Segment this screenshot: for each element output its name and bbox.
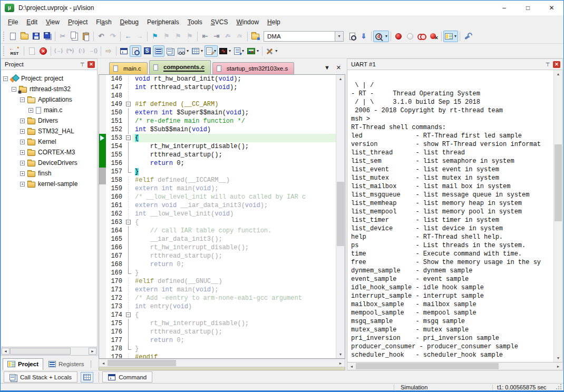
dropdown-arrow-icon[interactable]: ▾: [229, 48, 231, 53]
gutter-margin[interactable]: [99, 328, 106, 336]
close-icon[interactable]: ✕: [553, 61, 560, 68]
dropdown-arrow-icon[interactable]: ▾: [201, 48, 203, 53]
gutter-margin[interactable]: [99, 100, 106, 109]
gutter-margin[interactable]: [99, 92, 106, 100]
gutter-margin[interactable]: [99, 286, 106, 294]
scroll-up-icon[interactable]: ▲: [336, 75, 345, 83]
close-document-icon[interactable]: ✕: [336, 64, 341, 71]
gutter-margin[interactable]: [99, 218, 106, 227]
maximize-button[interactable]: □: [516, 1, 540, 15]
tree-item-devicedrivers[interactable]: +DeviceDrivers: [1, 158, 97, 168]
dropdown-arrow-icon[interactable]: ▾: [275, 48, 277, 53]
scroll-right-icon[interactable]: ►: [554, 365, 562, 368]
uncomment-icon[interactable]: ∕∕x: [234, 31, 246, 42]
tab-registers[interactable]: Registers: [44, 358, 89, 370]
gutter-margin[interactable]: [99, 252, 106, 260]
bookmark-prev-icon[interactable]: ⚑: [161, 31, 172, 42]
menu-project[interactable]: Project: [64, 15, 92, 29]
options-folder-icon[interactable]: [249, 31, 261, 42]
resize-grip[interactable]: [555, 384, 562, 390]
nav-back-icon[interactable]: ←: [122, 31, 134, 42]
gutter-margin[interactable]: [99, 201, 106, 210]
tree-expander-icon[interactable]: −: [12, 87, 16, 92]
gutter-margin[interactable]: [99, 210, 106, 218]
watch-window-icon[interactable]: ▾: [176, 45, 190, 57]
tree-expander-icon[interactable]: +: [20, 171, 25, 176]
gutter-margin[interactable]: [99, 125, 106, 134]
tree-item-finsh[interactable]: +finsh: [1, 168, 97, 179]
gutter-margin[interactable]: [99, 117, 106, 125]
scroll-right-icon[interactable]: ►: [336, 361, 345, 365]
breakpoint-disable-all-icon[interactable]: [416, 31, 428, 42]
command-window-icon[interactable]: [118, 45, 130, 57]
search-combobox-value[interactable]: DMA: [264, 33, 335, 40]
editor-tab-components-c[interactable]: components.c: [149, 60, 211, 74]
bookmark-toggle-icon[interactable]: ⚑: [149, 31, 161, 42]
gutter-margin[interactable]: [99, 159, 106, 168]
scroll-left-icon[interactable]: ◄: [347, 365, 356, 368]
tree-expander-icon[interactable]: +: [20, 150, 25, 155]
combobox-dropdown-icon[interactable]: ▾: [335, 32, 343, 41]
fold-collapse-icon[interactable]: −: [126, 135, 131, 140]
project-horizontal-scrollbar[interactable]: ◄ ►: [1, 347, 98, 356]
dropdown-arrow-icon[interactable]: ▾: [187, 48, 189, 53]
uart-console[interactable]: \ | /- RT - Thread Operating System / | …: [347, 70, 563, 362]
serial-window-icon[interactable]: ▾: [205, 45, 218, 57]
scroll-right-icon[interactable]: ►: [89, 348, 96, 355]
dropdown-arrow-icon[interactable]: ▾: [385, 34, 387, 38]
project-windows-icon[interactable]: ▾: [443, 31, 458, 42]
unindent-icon[interactable]: ⇤: [199, 31, 211, 42]
menu-tools[interactable]: Tools: [183, 15, 207, 29]
stop-icon[interactable]: ✕: [37, 45, 49, 57]
tree-item-rtthread-stm32[interactable]: −rtthread-stm32: [1, 84, 97, 94]
code-editor[interactable]: 146void rt_hw_board_init(void);147int rt…: [99, 74, 345, 359]
tree-item-drivers[interactable]: +Drivers: [1, 115, 97, 126]
gutter-margin[interactable]: [99, 227, 106, 235]
tree-expander-icon[interactable]: +: [20, 119, 25, 123]
show-next-statement-icon[interactable]: ⇨: [103, 45, 114, 57]
scrollbar-thumb[interactable]: [10, 348, 71, 355]
tab-list-dropdown-icon[interactable]: ▼: [324, 64, 330, 71]
search-combobox[interactable]: DMA▾: [264, 31, 344, 42]
undo-icon[interactable]: ↶: [95, 31, 107, 42]
uart-horizontal-scrollbar[interactable]: ◄ ►: [347, 362, 563, 370]
symbol-window-icon[interactable]: S: [141, 45, 153, 57]
find-in-files-icon[interactable]: [346, 31, 358, 42]
gutter-margin[interactable]: [99, 193, 106, 201]
tree-item-project-project[interactable]: −Project: project: [1, 73, 97, 84]
tree-expander-icon[interactable]: −: [3, 76, 8, 81]
find-next-icon[interactable]: ⇓: [358, 31, 369, 42]
tree-expander-icon[interactable]: +: [28, 108, 33, 113]
menu-window[interactable]: Window: [232, 15, 263, 29]
registers-window-icon[interactable]: [153, 45, 164, 57]
menu-view[interactable]: View: [42, 15, 64, 29]
callstack-window-icon[interactable]: [164, 45, 176, 57]
scrollbar-thumb[interactable]: [555, 144, 562, 222]
run-to-cursor-icon[interactable]: →{}: [87, 45, 99, 57]
bookmark-next-icon[interactable]: ⚑: [172, 31, 184, 42]
tree-expander-icon[interactable]: +: [20, 129, 25, 134]
debug-tools-icon[interactable]: ▾: [264, 45, 279, 57]
gutter-margin[interactable]: [99, 319, 106, 328]
gutter-margin[interactable]: [99, 235, 106, 243]
editor-horizontal-scrollbar[interactable]: ◄ ►: [99, 359, 345, 367]
copy-icon[interactable]: [69, 31, 80, 42]
nav-forward-icon[interactable]: →: [134, 31, 145, 42]
scrollbar-thumb[interactable]: [337, 182, 344, 246]
save-icon[interactable]: [30, 31, 42, 42]
tab-call-stack-locals[interactable]: Call Stack + Locals: [4, 371, 77, 383]
redo-icon[interactable]: ↷: [107, 31, 119, 42]
close-button[interactable]: ✕: [540, 1, 563, 15]
tree-item-applications[interactable]: −Applications: [1, 94, 97, 105]
configure-icon[interactable]: [462, 31, 474, 42]
step-icon[interactable]: {→}: [53, 45, 64, 57]
gutter-margin[interactable]: [99, 294, 106, 302]
fold-collapse-icon[interactable]: −: [126, 220, 131, 224]
bookmark-clear-icon[interactable]: ⚑: [184, 31, 196, 42]
scrollbar-thumb[interactable]: [108, 360, 176, 366]
gutter-margin[interactable]: [99, 243, 106, 252]
memory-window-button[interactable]: [81, 372, 93, 383]
analysis-window-icon[interactable]: ∿▾: [218, 45, 232, 57]
scroll-left-icon[interactable]: ◄: [99, 361, 108, 365]
menu-flash[interactable]: Flash: [92, 15, 115, 29]
